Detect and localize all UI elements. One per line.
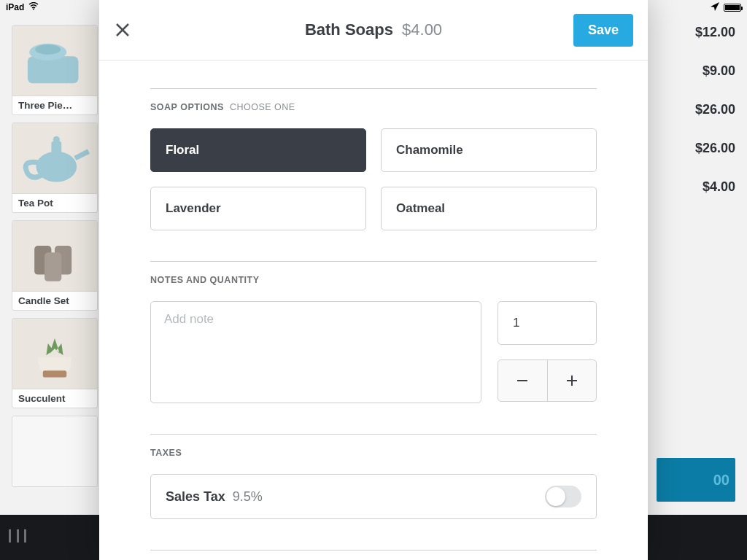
save-button[interactable]: Save (573, 14, 633, 47)
catalog-tile[interactable]: Tea Pot (12, 122, 98, 213)
device-label: iPad (6, 2, 24, 12)
modal-item-price: $4.00 (402, 20, 442, 39)
taxes-header: Taxes (150, 435, 597, 458)
svg-point-6 (53, 136, 60, 143)
option-chamomile[interactable]: Chamomile (381, 128, 597, 172)
modal-header: Bath Soaps $4.00 Save (99, 0, 648, 61)
modal-title: Bath Soaps $4.00 (99, 20, 648, 39)
tax-rate: 9.5% (233, 489, 263, 505)
catalog-tile[interactable]: Candle Set (12, 220, 98, 311)
options-grid: Floral Chamomile Lavender Oatmeal (150, 128, 597, 230)
cart-line-price: $26.00 (657, 141, 735, 156)
cart-line-price: $9.00 (657, 63, 735, 79)
option-lavender[interactable]: Lavender (150, 187, 366, 230)
modal-body[interactable]: Soap Options Choose One Floral Chamomile… (99, 61, 648, 560)
location-icon (711, 2, 719, 13)
wifi-icon (28, 2, 39, 12)
svg-rect-9 (44, 252, 61, 281)
modal-item-name: Bath Soaps (305, 20, 393, 39)
catalog-tile-empty[interactable] (12, 416, 98, 487)
option-floral[interactable]: Floral (150, 128, 366, 172)
catalog-tile-label: Succulent (12, 389, 97, 408)
tax-row: Sales Tax 9.5% (150, 474, 597, 519)
svg-rect-10 (43, 370, 66, 377)
discounts-header: Discounts (150, 551, 597, 560)
quantity-value[interactable]: 1 (498, 301, 597, 345)
minus-icon (515, 373, 530, 388)
menu-icon[interactable] (9, 529, 26, 542)
note-input[interactable] (150, 301, 481, 403)
cart-line-price: $12.00 (657, 25, 735, 40)
quantity-decrement[interactable] (498, 360, 548, 401)
cart-prices: $12.00 $9.00 $26.00 $26.00 $4.00 (657, 25, 735, 218)
charge-button[interactable]: 00 (657, 458, 735, 502)
catalog-tile-label: Three Pie… (12, 96, 97, 114)
close-icon[interactable] (114, 21, 131, 39)
catalog-column: Three Pie… Tea Pot Candle Set Succulent (12, 25, 98, 494)
catalog-tile[interactable]: Three Pie… (12, 25, 98, 115)
option-oatmeal[interactable]: Oatmeal (381, 187, 597, 230)
svg-point-0 (33, 9, 34, 10)
plus-icon (565, 373, 579, 388)
item-modal: Bath Soaps $4.00 Save Soap Options Choos… (99, 0, 648, 560)
quantity-stepper (498, 359, 597, 402)
battery-icon (724, 4, 741, 12)
cart-line-price: $26.00 (657, 102, 735, 117)
svg-point-3 (35, 44, 61, 55)
catalog-tile[interactable]: Succulent (12, 318, 98, 408)
catalog-tile-label: Candle Set (12, 291, 97, 310)
options-header: Soap Options Choose One (150, 89, 597, 112)
charge-amount-trail: 00 (713, 472, 729, 489)
tax-toggle[interactable] (545, 486, 581, 508)
notes-header: Notes and Quantity (150, 262, 597, 285)
quantity-increment[interactable] (548, 360, 597, 401)
catalog-tile-label: Tea Pot (12, 193, 97, 212)
svg-rect-5 (51, 141, 61, 155)
cart-line-price: $4.00 (657, 179, 735, 195)
tax-name: Sales Tax (166, 489, 225, 505)
svg-rect-1 (28, 56, 79, 83)
